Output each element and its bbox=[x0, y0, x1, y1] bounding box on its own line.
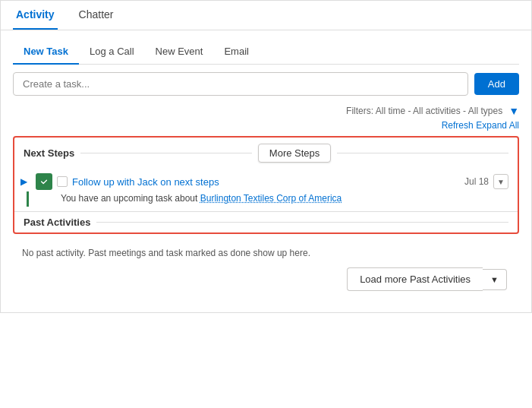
past-activities-title: Past Activities bbox=[24, 217, 90, 228]
filter-icon[interactable]: ▼ bbox=[508, 105, 519, 117]
add-button[interactable]: Add bbox=[474, 73, 519, 95]
task-date: Jul 18 bbox=[464, 176, 489, 187]
task-input-row: Add bbox=[13, 72, 519, 96]
more-steps-button[interactable]: More Steps bbox=[258, 144, 331, 163]
expand-icon[interactable]: ▶ bbox=[20, 176, 31, 187]
divider-left bbox=[80, 153, 252, 153]
main-container: Activity Chatter New Task Log a Call New… bbox=[0, 0, 532, 313]
task-sub-row: You have an upcoming task about Burlingt… bbox=[27, 191, 508, 207]
task-dropdown[interactable]: ▼ bbox=[493, 174, 508, 189]
content-area: New Task Log a Call New Event Email Add … bbox=[1, 30, 531, 312]
task-sub-text: You have an upcoming task about bbox=[61, 193, 197, 204]
load-more-dropdown[interactable]: ▼ bbox=[483, 269, 507, 290]
task-type-icon bbox=[36, 173, 52, 190]
task-main-row: ▶ Follow up with Jack on next steps Jul … bbox=[20, 173, 508, 190]
load-more-row: Load more Past Activities ▼ bbox=[13, 267, 519, 303]
tab-activity[interactable]: Activity bbox=[13, 1, 58, 30]
load-more-button[interactable]: Load more Past Activities bbox=[347, 267, 483, 291]
task-sub-link[interactable]: Burlington Textiles Corp of America bbox=[200, 193, 342, 204]
next-steps-header: Next Steps More Steps bbox=[14, 138, 518, 169]
task-link[interactable]: Follow up with Jack on next steps bbox=[72, 176, 460, 188]
past-activities-header: Past Activities bbox=[14, 211, 518, 232]
past-divider bbox=[96, 222, 508, 223]
no-activity-text: No past activity. Past meetings and task… bbox=[13, 242, 519, 267]
highlighted-section: Next Steps More Steps ▶ Follow up bbox=[13, 136, 519, 234]
expand-all-link[interactable]: Expand All bbox=[476, 120, 519, 131]
task-item: ▶ Follow up with Jack on next steps Jul … bbox=[14, 169, 518, 211]
tab-email[interactable]: Email bbox=[213, 40, 260, 65]
filters-text: Filters: All time - All activities - All… bbox=[346, 106, 502, 116]
top-tabs-bar: Activity Chatter bbox=[1, 1, 531, 30]
refresh-link[interactable]: Refresh bbox=[442, 120, 474, 131]
filters-row: Filters: All time - All activities - All… bbox=[13, 105, 519, 117]
tab-new-task[interactable]: New Task bbox=[13, 40, 79, 65]
tab-chatter[interactable]: Chatter bbox=[76, 1, 117, 30]
tab-new-event[interactable]: New Event bbox=[145, 40, 214, 65]
task-checkbox[interactable] bbox=[57, 176, 68, 187]
refresh-expand-row: Refresh Expand All bbox=[13, 120, 519, 131]
divider-right bbox=[337, 153, 508, 153]
task-input[interactable] bbox=[13, 72, 468, 96]
sub-tabs-bar: New Task Log a Call New Event Email bbox=[13, 40, 519, 65]
tab-log-call[interactable]: Log a Call bbox=[79, 40, 145, 65]
next-steps-title: Next Steps bbox=[24, 147, 74, 159]
